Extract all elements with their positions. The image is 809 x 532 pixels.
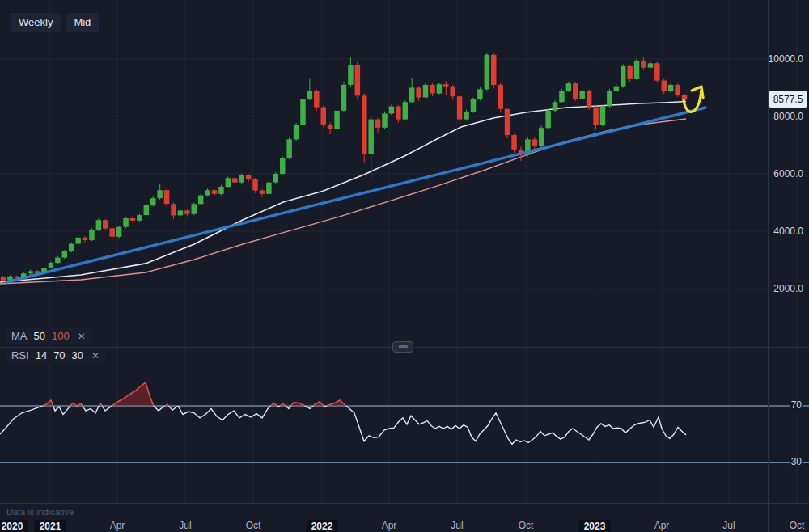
price-axis-label: 4000.0: [773, 226, 803, 237]
time-axis-month-label: Jul: [722, 520, 735, 531]
time-axis-month-label: Oct: [790, 520, 805, 531]
rsi-indicator-legend[interactable]: RSI 14 70 30 ✕: [5, 348, 106, 363]
price-axis[interactable]: 10000.08000.06000.04000.02000.07030: [769, 0, 809, 503]
rsi-param-lower: 30: [72, 349, 83, 361]
rsi-param-length: 14: [36, 349, 47, 361]
time-axis-month-label: Oct: [519, 520, 534, 531]
price-axis-label: 2000.0: [773, 283, 803, 294]
time-axis-year-label: 2022: [307, 520, 338, 532]
ma-param-50: 50: [34, 330, 45, 342]
time-axis[interactable]: 20202021AprJulOct2022AprJulOct2023AprJul…: [0, 503, 809, 532]
rsi-line[interactable]: [0, 382, 686, 444]
ma-indicator-legend[interactable]: MA 50 100 ✕: [5, 328, 92, 344]
chart-canvas[interactable]: [0, 0, 809, 532]
toolbar: Weekly Mid: [11, 13, 99, 32]
rsi-remove-icon[interactable]: ✕: [91, 350, 100, 361]
rsi-indicator-name: RSI: [11, 349, 29, 361]
time-axis-month-label: Apr: [382, 520, 397, 531]
ma50-line[interactable]: [0, 102, 686, 283]
rsi-param-upper: 70: [53, 349, 65, 361]
candlestick-series[interactable]: [1, 53, 688, 282]
ma-indicator-name: MA: [11, 330, 28, 342]
ma-remove-icon[interactable]: ✕: [78, 331, 86, 342]
price-axis-label: 10000.0: [769, 53, 803, 65]
trendline-drawing[interactable]: [6, 108, 705, 282]
rsi-axis-label: 30: [790, 456, 803, 467]
time-axis-month-label: Apr: [110, 520, 125, 531]
time-axis-year-label: 2023: [579, 520, 611, 532]
time-axis-month-label: Apr: [654, 520, 670, 531]
time-axis-month-label: Oct: [246, 520, 261, 531]
ma-param-100: 100: [52, 330, 70, 342]
time-axis-year-label: 2020: [0, 520, 28, 532]
timeframe-button[interactable]: Weekly: [11, 13, 61, 32]
pane-resize-handle[interactable]: [392, 341, 413, 353]
rsi-axis-label: 70: [790, 399, 803, 411]
pane-resize-grip: [399, 345, 408, 348]
last-price-label: 8577.5: [769, 91, 807, 108]
time-axis-month-label: Jul: [179, 520, 191, 531]
price-mode-button[interactable]: Mid: [66, 13, 99, 32]
trading-chart-app: Weekly Mid MA 50 100 ✕ RSI 14 70 30 ✕ 10…: [0, 0, 809, 532]
price-axis-label: 6000.0: [773, 168, 803, 179]
time-axis-year-label: 2021: [35, 520, 66, 532]
rsi-overbought-fill: [0, 382, 686, 444]
price-axis-label: 8000.0: [773, 111, 803, 122]
time-axis-month-label: Jul: [451, 520, 463, 531]
